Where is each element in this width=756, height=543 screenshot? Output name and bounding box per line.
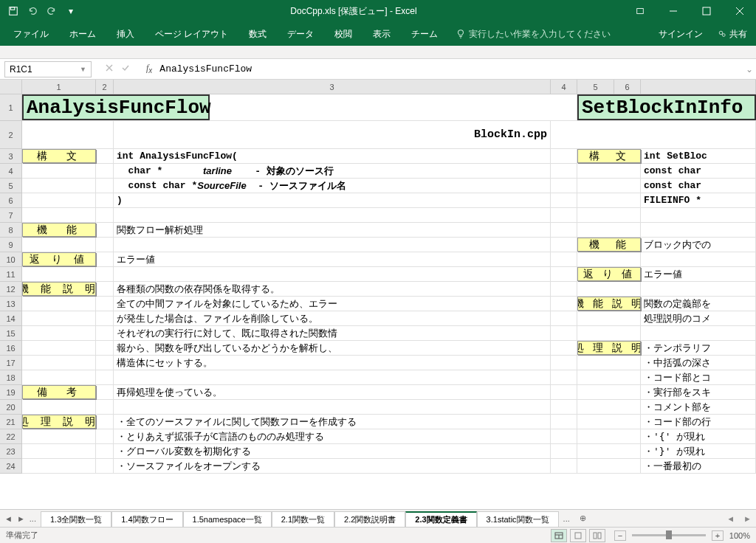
cell[interactable]: [96, 252, 114, 266]
hscroll-right-icon[interactable]: ►: [739, 514, 756, 523]
cell[interactable]: [114, 267, 551, 281]
cell[interactable]: [551, 444, 577, 458]
row-header[interactable]: 4: [0, 164, 21, 179]
cell[interactable]: [96, 459, 114, 473]
row-header[interactable]: 17: [0, 356, 21, 370]
cell[interactable]: [577, 385, 641, 399]
view-pagelayout-icon[interactable]: [570, 529, 586, 542]
row-header[interactable]: 12: [0, 282, 21, 297]
cell[interactable]: ・'{' が現れ: [641, 429, 756, 443]
cell[interactable]: char * tarline - 対象のソース行: [114, 164, 551, 178]
cell[interactable]: int AnalysisFuncFlow(: [114, 149, 551, 163]
cell[interactable]: [22, 326, 96, 340]
cell[interactable]: [641, 282, 756, 296]
sheet-nav-more[interactable]: ...: [30, 514, 36, 523]
column-header[interactable]: 4: [551, 80, 577, 94]
cell[interactable]: [96, 311, 114, 325]
cell[interactable]: [577, 223, 641, 237]
cell[interactable]: [551, 326, 577, 340]
cell[interactable]: 構 文: [577, 149, 641, 163]
cell[interactable]: [551, 252, 577, 266]
view-normal-icon[interactable]: [551, 529, 567, 542]
cell[interactable]: が発生した場合は、ファイルを削除している。: [114, 311, 551, 325]
cell[interactable]: [22, 400, 96, 414]
cell[interactable]: [577, 326, 641, 340]
sheet-nav-prev-icon[interactable]: ◄: [4, 514, 13, 523]
cell[interactable]: [551, 282, 577, 296]
cell[interactable]: [114, 208, 551, 222]
cell[interactable]: [577, 252, 641, 266]
cell[interactable]: 機 能: [22, 223, 96, 237]
cell[interactable]: [551, 238, 577, 252]
cell[interactable]: 全ての中間ファイルを対象にしているため、エラー: [114, 297, 551, 311]
cell[interactable]: [551, 370, 577, 384]
zoom-in-icon[interactable]: +: [712, 530, 724, 541]
tab-data[interactable]: データ: [277, 22, 324, 46]
cell[interactable]: SetBlockInInfo: [577, 94, 756, 120]
view-pagebreak-icon[interactable]: [589, 529, 605, 542]
cell[interactable]: エラー値: [114, 252, 551, 266]
cell[interactable]: [577, 179, 641, 193]
cell[interactable]: int SetBloc: [641, 149, 756, 163]
hscroll-left-icon[interactable]: ◄: [722, 514, 739, 523]
cell[interactable]: 関数の定義部を: [641, 297, 756, 311]
row-header[interactable]: 3: [0, 149, 21, 164]
tab-view[interactable]: 表示: [362, 22, 401, 46]
cell[interactable]: [96, 164, 114, 178]
fx-icon[interactable]: fx: [146, 63, 152, 75]
cell[interactable]: const char: [641, 164, 756, 178]
cells-grid[interactable]: AnalysisFuncFlowSetBlockInInfoBlockIn.cp…: [22, 94, 756, 509]
cell[interactable]: [577, 429, 641, 443]
cell[interactable]: [96, 282, 114, 296]
cell[interactable]: FILEINFO *: [641, 193, 756, 207]
row-header[interactable]: 24: [0, 459, 21, 474]
row-header[interactable]: 7: [0, 208, 21, 223]
tab-formulas[interactable]: 数式: [238, 22, 277, 46]
cell[interactable]: 再帰処理を使っている。: [114, 385, 551, 399]
redo-icon[interactable]: [43, 2, 61, 20]
cell[interactable]: [577, 356, 641, 370]
cell[interactable]: ): [114, 193, 551, 207]
row-header[interactable]: 19: [0, 385, 21, 400]
zoom-slider[interactable]: [632, 534, 706, 536]
cell[interactable]: [114, 370, 551, 384]
cell[interactable]: ・コメント部を: [641, 400, 756, 414]
tab-pagelayout[interactable]: ページ レイアウト: [145, 22, 238, 46]
cell[interactable]: [551, 149, 577, 163]
cell[interactable]: [22, 238, 96, 252]
row-header[interactable]: 2: [0, 121, 21, 149]
ribbon-options-icon[interactable]: [623, 0, 656, 22]
row-header[interactable]: 21: [0, 415, 21, 429]
cell[interactable]: ・ソースファイルをオープンする: [114, 459, 551, 473]
formula-input[interactable]: [152, 63, 743, 75]
cell[interactable]: ・実行部をスキ: [641, 385, 756, 399]
cell[interactable]: [96, 326, 114, 340]
maximize-icon[interactable]: [690, 0, 723, 22]
cell[interactable]: [577, 444, 641, 458]
tab-team[interactable]: チーム: [401, 22, 448, 46]
sheet-tab[interactable]: 2.1関数一覧: [272, 511, 334, 528]
confirm-formula-icon[interactable]: [121, 63, 130, 75]
row-headers[interactable]: 123456789101112131415161718192021222324: [0, 94, 22, 474]
cell[interactable]: [22, 444, 96, 458]
sheet-tab[interactable]: 1.3全関数一覧: [41, 511, 111, 528]
cell[interactable]: [114, 400, 551, 414]
cell[interactable]: [577, 400, 641, 414]
cell[interactable]: [22, 341, 96, 355]
cell[interactable]: [22, 267, 96, 281]
cell[interactable]: [641, 252, 756, 266]
cell[interactable]: [551, 459, 577, 473]
sheet-tab[interactable]: 1.5namespace一覧: [183, 511, 272, 528]
cell[interactable]: [96, 179, 114, 193]
cell[interactable]: [22, 356, 96, 370]
cell[interactable]: [22, 164, 96, 178]
add-sheet-icon[interactable]: ⊕: [574, 513, 592, 523]
cell[interactable]: [577, 208, 641, 222]
cell[interactable]: [96, 297, 114, 311]
minimize-icon[interactable]: [656, 0, 690, 22]
row-header[interactable]: 14: [0, 311, 21, 326]
row-header[interactable]: 11: [0, 267, 21, 282]
cell[interactable]: エラー値: [641, 267, 756, 281]
cancel-formula-icon[interactable]: [105, 63, 114, 75]
cell[interactable]: [22, 193, 96, 207]
